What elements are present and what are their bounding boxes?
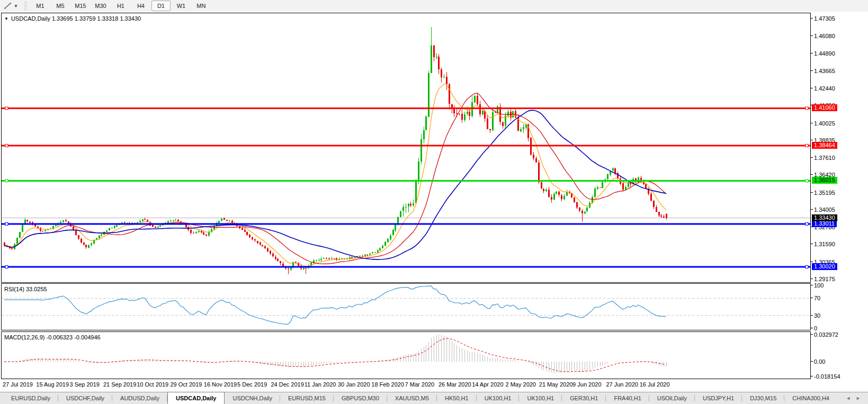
timeframe-button-m15[interactable]: M15 <box>71 1 90 11</box>
date-axis-label: 7 Mar 2020 <box>405 381 435 388</box>
date-axis-label: 15 Aug 2019 <box>36 381 69 388</box>
date-axis-label: 24 Dec 2019 <box>271 381 303 388</box>
price-axis-tick: 1.35195 <box>814 190 835 196</box>
hline-handle <box>5 222 8 225</box>
chart-tab-audusd-daily[interactable]: AUDUSD,Daily <box>112 392 167 404</box>
hline-handle <box>5 107 8 110</box>
hline-handle <box>806 222 808 225</box>
dropdown-caret-icon[interactable]: ▼ <box>14 4 18 8</box>
macd-axis-tick: -0.018154 <box>814 373 840 380</box>
hline-handle <box>806 266 808 268</box>
date-axis-label: 9 Jun 2020 <box>572 381 601 388</box>
chart-tab-usdcnh-daily[interactable]: USDCNH,Daily <box>225 392 280 404</box>
mt4-window: ▼ M1M5M15M30H1H4D1W1MN ▼USDCAD,Daily 1.3… <box>0 0 868 404</box>
tab-scroll-left-icon[interactable]: ◄ <box>846 396 851 401</box>
chart-tab-usdcad-daily[interactable]: USDCAD,Daily <box>167 392 225 404</box>
date-axis-label: 16 Nov 2019 <box>204 381 237 388</box>
tab-scroll-controls: ◄ ► <box>840 392 868 404</box>
hline-price-label: 1.38464 <box>812 142 837 149</box>
price-axis-tick: 1.42440 <box>814 85 835 92</box>
date-axis-label: 26 Mar 2020 <box>439 381 471 388</box>
tab-scroll-right-icon[interactable]: ► <box>856 396 861 401</box>
current-price-label: 1.33430 <box>812 214 837 221</box>
rsi-axis-tick: 70 <box>814 295 820 301</box>
date-axis-label: 14 Apr 2020 <box>472 381 503 388</box>
chart-ohlc-title: ▼USDCAD,Daily 1.33695 1.33759 1.33318 1.… <box>4 15 141 22</box>
timeframe-button-m1[interactable]: M1 <box>31 1 50 11</box>
line-tool-button[interactable]: ▼ <box>2 1 20 11</box>
hline-handle <box>5 266 8 268</box>
hline-handle <box>5 179 8 182</box>
timeframe-button-h4[interactable]: H4 <box>131 1 150 11</box>
date-axis-label: 11 Jan 2020 <box>305 381 336 388</box>
chart-tab-xauusd-m5[interactable]: XAUUSD,M5 <box>387 392 437 404</box>
date-axis-label: 29 Oct 2019 <box>171 381 202 388</box>
chart-title-text: USDCAD,Daily 1.33695 1.33759 1.33318 1.3… <box>11 15 141 22</box>
rsi-indicator-label: RSI(14) 33.0255 <box>4 286 47 292</box>
chart-tab-usoil-daily[interactable]: USOil,Daily <box>649 392 695 404</box>
hline-handle <box>5 144 8 147</box>
date-axis-label: 3 Sep 2019 <box>70 381 100 388</box>
date-axis-label: 5 Dec 2019 <box>237 381 267 388</box>
chart-tab-hk50-h1[interactable]: HK50,H1 <box>437 392 477 404</box>
hline-handle <box>806 144 808 147</box>
rsi-axis-tick: 0 <box>814 325 817 331</box>
chart-tab-usdchf-daily[interactable]: USDCHF,Daily <box>58 392 112 404</box>
price-axis-tick: 1.47305 <box>814 15 835 22</box>
hline-price-label: 1.41060 <box>812 104 837 111</box>
rsi-axis-tick: 100 <box>814 282 824 289</box>
collapse-arrow-icon[interactable]: ▼ <box>4 16 8 21</box>
chart-canvas[interactable] <box>0 12 868 392</box>
price-axis-tick: 1.37610 <box>814 155 835 161</box>
timeframe-button-w1[interactable]: W1 <box>172 1 191 11</box>
chart-tab-fra40-h1[interactable]: FRA40,H1 <box>606 392 649 404</box>
chart-tab-usdjpy-h1[interactable]: USDJPY,H1 <box>695 392 742 404</box>
hline-price-label: 1.33011 <box>812 220 837 227</box>
timeframe-buttons: M1M5M15M30H1H4D1W1MN <box>30 1 211 11</box>
hline-price-label: 1.30020 <box>812 263 837 270</box>
chart-tab-eurusd-daily[interactable]: EURUSD,Daily <box>3 392 58 404</box>
chart-window: ▼USDCAD,Daily 1.33695 1.33759 1.33318 1.… <box>0 12 868 392</box>
price-axis-tick: 1.31590 <box>814 241 835 247</box>
date-axis-label: 2 May 2020 <box>506 381 536 388</box>
rsi-axis-tick: 30 <box>814 312 820 319</box>
date-axis-label: 30 Jan 2020 <box>338 381 370 388</box>
price-axis-tick: 1.29175 <box>814 276 835 282</box>
timeframe-button-mn[interactable]: MN <box>192 1 211 11</box>
main-panel <box>2 13 811 283</box>
date-axis-label: 16 Jul 2020 <box>640 381 670 388</box>
date-axis-label: 27 Jun 2020 <box>606 381 638 388</box>
date-axis-label: 21 May 2020 <box>539 381 573 388</box>
price-axis-tick: 1.40025 <box>814 120 835 127</box>
chart-tab-bar: EURUSD,DailyUSDCHF,DailyAUDUSD,DailyUSDC… <box>0 392 868 404</box>
timeframe-button-m5[interactable]: M5 <box>51 1 70 11</box>
date-axis-label: 10 Oct 2019 <box>137 381 168 388</box>
chart-tab-dj30-m15[interactable]: DJ30,M15 <box>742 392 784 404</box>
chart-tab-uk100-h1[interactable]: UK100,H1 <box>477 392 520 404</box>
chart-tab-uk100-h1[interactable]: UK100,H1 <box>519 392 562 404</box>
macd-indicator-label: MACD(12,26,9) -0.006323 -0.004946 <box>4 334 101 340</box>
macd-axis-tick: 0.00 <box>814 358 825 365</box>
price-axis-tick: 1.43665 <box>814 68 835 74</box>
timeframe-toolbar: ▼ M1M5M15M30H1H4D1W1MN <box>0 0 868 12</box>
timeframe-button-d1[interactable]: D1 <box>151 1 171 11</box>
hline-handle <box>806 107 808 110</box>
date-axis-label: 27 Jul 2019 <box>3 381 33 388</box>
hline-handle <box>806 179 808 182</box>
price-axis-tick: 1.44890 <box>814 50 835 57</box>
chart-tab-ger30-h1[interactable]: GER30,H1 <box>562 392 606 404</box>
chart-tab-gbpusd-m30[interactable]: GBPUSD,M30 <box>334 392 387 404</box>
price-axis-tick: 1.46080 <box>814 33 835 39</box>
diagonal-line-icon <box>4 2 12 10</box>
timeframe-button-m30[interactable]: M30 <box>91 1 110 11</box>
chart-tab-eurusd-m15[interactable]: EURUSD,M15 <box>280 392 334 404</box>
timeframe-button-h1[interactable]: H1 <box>111 1 130 11</box>
hline-price-label: 1.36015 <box>812 177 837 184</box>
rsi-panel <box>2 284 811 330</box>
date-axis-label: 18 Feb 2020 <box>371 381 404 388</box>
date-axis-label: 21 Sep 2019 <box>103 381 136 388</box>
chart-tabs: EURUSD,DailyUSDCHF,DailyAUDUSD,DailyUSDC… <box>3 392 837 404</box>
chart-tab-china300-h4[interactable]: CHINA300,H4 <box>784 392 837 404</box>
toolbar-grip-handle[interactable] <box>24 2 27 10</box>
macd-axis-tick: 0.032972 <box>814 331 838 338</box>
